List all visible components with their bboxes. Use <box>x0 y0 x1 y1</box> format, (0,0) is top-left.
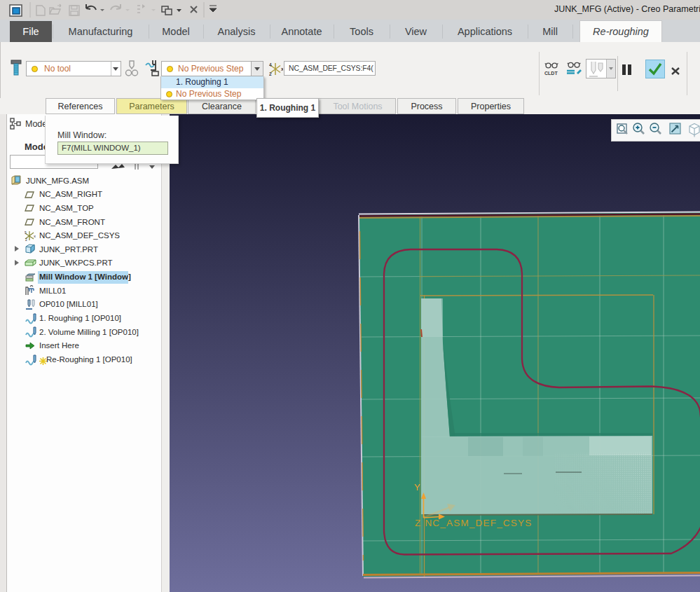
svg-text:x: x <box>281 67 283 71</box>
svg-text:x: x <box>34 234 36 238</box>
svg-text:Y: Y <box>414 482 420 493</box>
svg-text:2: 2 <box>269 71 272 76</box>
svg-text:2: 2 <box>25 238 27 241</box>
svg-text:CLDT: CLDT <box>544 71 558 76</box>
svg-text:4: 4 <box>269 62 272 67</box>
svg-text:5: 5 <box>25 230 27 235</box>
svg-text:Z NC_ASM_DEF_CSYS: Z NC_ASM_DEF_CSYS <box>415 518 532 528</box>
